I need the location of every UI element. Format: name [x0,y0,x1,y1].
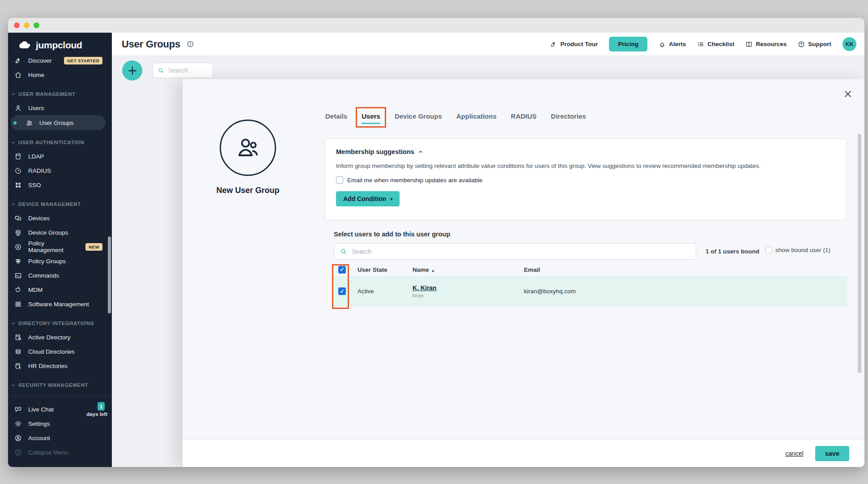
pricing-button[interactable]: Pricing [609,37,647,51]
database-icon [14,153,22,160]
sidebar-item-device-groups[interactable]: Device Groups [8,225,112,240]
resources-button[interactable]: Resources [745,41,787,48]
cloud-logo-icon [18,40,32,51]
zoom-window-button[interactable] [34,22,39,28]
sidebar-item-policy-groups[interactable]: Policy Groups [8,254,112,268]
table-row[interactable]: ✓ Active K, Kiran kiran kiran@boxyhq.com [334,277,847,306]
sidebar-item-policy-management[interactable]: Policy Management NEW [8,240,112,254]
titlebar [8,18,864,33]
tab-bar: Details Users Device Groups Applications… [325,112,586,120]
sidebar-item-user-groups[interactable]: User Groups [11,115,106,130]
info-icon[interactable] [187,40,194,48]
product-tour-button[interactable]: Product Tour [550,41,598,48]
select-users-heading: Select users to add to this user group [334,231,450,238]
active-item-dot [13,121,17,124]
tab-applications[interactable]: Applications [456,112,497,120]
show-bound-checkbox[interactable] [766,247,772,253]
bound-users-summary: 1 of 1 users bound [706,248,759,255]
sidebar: jumpcloud Discover GET STARTED Home U [8,33,112,467]
minimize-window-button[interactable] [24,22,30,28]
column-header-name[interactable]: Name▲ [413,266,524,273]
sidebar-item-label: HR Directories [28,363,68,369]
sidebar-item-commands[interactable]: Commands [8,268,112,283]
close-window-button[interactable] [14,22,20,28]
sidebar-item-account[interactable]: Account [8,431,112,445]
sidebar-item-devices[interactable]: Devices [8,211,112,225]
sidebar-item-ldap[interactable]: LDAP [8,149,112,163]
sidebar-item-hr-directories[interactable]: HR Directories [8,359,112,373]
users-search-input[interactable] [352,248,696,255]
book-icon [745,41,753,48]
column-header-email[interactable]: Email [524,266,847,273]
sidebar-item-label: User Groups [39,120,74,126]
modal-scrollbar-thumb[interactable] [858,134,861,373]
column-header-user-state[interactable]: User State [357,266,413,273]
add-condition-button[interactable]: Add Condition ▾ [336,191,400,206]
users-table-header: ✓ User State Name▲ Email [334,263,847,277]
email-updates-label: Email me when membership updates are ava… [347,177,482,184]
membership-suggestions-toggle[interactable]: Membership suggestions [336,148,423,155]
sidebar-item-label: Users [28,105,44,111]
sidebar-section-user-authentication[interactable]: USER AUTHENTICATION [8,136,112,149]
new-badge: NEW [85,243,102,251]
tab-details[interactable]: Details [325,112,347,120]
sidebar-item-collapse-menu[interactable]: Collapse Menu [8,445,112,459]
membership-description: Inform group membership by setting relev… [336,163,835,169]
email-updates-option: Email me when membership updates are ava… [336,176,835,184]
row-checkbox[interactable]: ✓ [338,287,346,295]
terminal-icon [14,272,22,279]
chevron-down-icon [11,321,16,326]
user-name-link[interactable]: K, Kiran [413,284,524,291]
sidebar-item-label: SSO [28,182,41,188]
show-bound-label: show bound user (1) [775,247,830,253]
alerts-button[interactable]: Alerts [659,41,686,48]
sidebar-item-users[interactable]: Users [8,101,112,115]
sidebar-item-label: Commands [28,272,59,279]
sidebar-item-software-management[interactable]: Software Management [8,297,112,311]
sidebar-scrollbar-thumb[interactable] [108,236,111,313]
sidebar-section-directory-integrations[interactable]: DIRECTORY INTEGRATIONS [8,317,112,330]
tab-directories[interactable]: Directories [551,112,586,120]
sidebar-section-security-management[interactable]: SECURITY MANAGEMENT [8,378,112,392]
sidebar-bottom-section: Live Chat Settings Account [8,396,112,467]
support-button[interactable]: Support [798,41,831,48]
sidebar-item-settings[interactable]: Settings [8,416,112,431]
sidebar-section-user-management[interactable]: USER MANAGEMENT [8,87,112,101]
sidebar-item-mdm[interactable]: MDM [8,283,112,297]
sidebar-section-device-management[interactable]: DEVICE MANAGEMENT [8,197,112,211]
radius-dial-icon [14,167,22,175]
logo-wordmark: jumpcloud [36,40,82,51]
sidebar-item-cloud-directories[interactable]: Cloud Directories [8,344,112,359]
grid-icon [14,181,22,189]
tab-radius[interactable]: RADIUS [511,112,537,120]
users-table: ✓ User State Name▲ Email ✓ [334,263,847,306]
username-subtext: kiran [413,293,524,298]
close-icon[interactable] [843,89,853,99]
user-email-cell: kiran@boxyhq.com [524,288,847,295]
devices-icon [14,214,22,222]
sidebar-item-discover[interactable]: Discover GET STARTED [8,53,112,68]
email-updates-checkbox[interactable] [336,176,343,184]
arrow-left-circle-icon [14,449,22,456]
account-circle-icon [14,434,22,442]
tab-device-groups[interactable]: Device Groups [395,112,442,120]
chevron-down-icon [11,140,16,145]
select-all-checkbox[interactable]: ✓ [338,266,346,274]
checklist-icon [697,41,704,48]
user-name-cell: K, Kiran kiran [413,284,524,298]
save-button[interactable]: save [815,446,849,461]
chevron-down-icon [11,383,16,388]
sidebar-item-sso[interactable]: SSO [8,178,112,192]
sidebar-item-radius[interactable]: RADIUS [8,163,112,178]
cancel-button[interactable]: cancel [785,450,803,457]
sidebar-item-label: Device Groups [28,229,68,236]
add-user-group-button[interactable] [122,60,142,81]
groups-search-input[interactable] [168,67,204,74]
sidebar-item-active-directory[interactable]: Active Directory [8,330,112,344]
checklist-button[interactable]: Checklist [697,41,734,48]
sidebar-item-home[interactable]: Home [8,68,112,82]
chevron-down-icon [11,202,16,207]
tab-users[interactable]: Users [362,112,380,120]
question-circle-icon [798,41,805,48]
user-avatar[interactable]: KK [842,37,856,51]
